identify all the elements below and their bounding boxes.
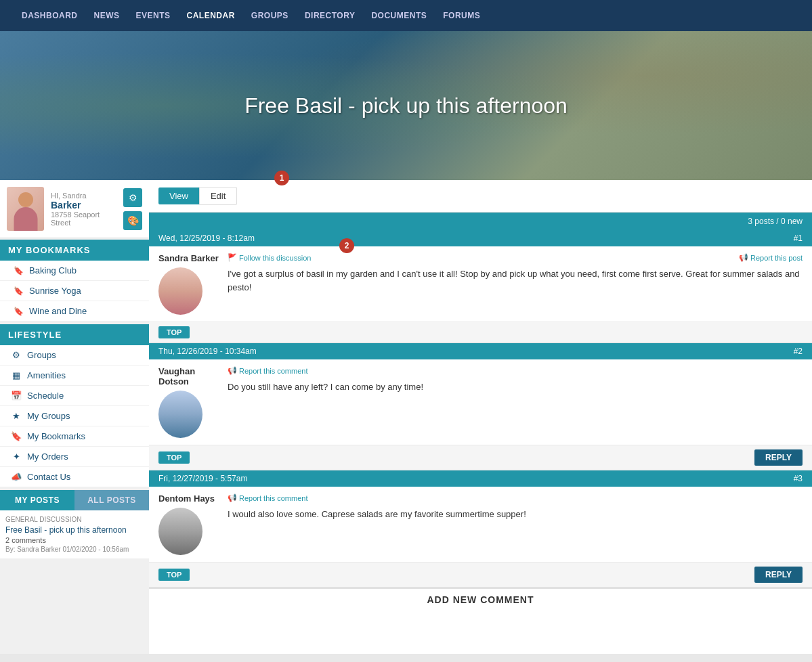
- post-2-body: Vaughan Dotson 📢 Report this comment Do …: [149, 359, 812, 445]
- groups-icon: ⚙: [11, 350, 22, 360]
- post-1-text: I've got a surplus of basil in my garden…: [228, 267, 803, 294]
- post-2-number: #2: [794, 347, 803, 356]
- post-2-text: Do you still have any left? I can come b…: [228, 380, 803, 394]
- post-3-number: #3: [794, 474, 803, 483]
- nav-dashboard[interactable]: DASHBOARD: [14, 0, 86, 31]
- annotation-2: 2: [339, 238, 354, 253]
- bookmark-baking-club[interactable]: 🔖 Baking Club: [0, 261, 149, 281]
- post-2-content: 📢 Report this comment Do you still have …: [228, 366, 803, 438]
- top-navigation: DASHBOARD NEWS EVENTS CALENDAR GROUPS DI…: [0, 0, 812, 31]
- post-3-date: Fri, 12/27/2019 - 5:57am: [158, 474, 247, 483]
- lifestyle-section: LIFESTYLE ⚙ Groups ▦ Amenities 📅 Schedul…: [0, 324, 149, 487]
- top-row-3: TOP REPLY: [149, 562, 812, 588]
- hero-banner: Free Basil - pick up this afternoon: [0, 31, 812, 180]
- post-1-content: 🚩 Follow this discussion 📢 Report this p…: [228, 253, 803, 315]
- posts-meta: By: Sandra Barker 01/02/2020 - 10:56am: [5, 546, 144, 553]
- user-greeting: HI, Sandra: [51, 192, 116, 200]
- post-1-author-col: Sandra Barker: [158, 253, 219, 315]
- post-2-date: Thu, 12/26/2019 - 10:34am: [158, 347, 257, 356]
- lifestyle-my-groups[interactable]: ★ My Groups: [0, 406, 149, 426]
- report-icon: 📢: [739, 253, 748, 262]
- lifestyle-my-orders[interactable]: ✦ My Orders: [0, 447, 149, 467]
- post-2: Thu, 12/26/2019 - 10:34am #2 Vaughan Dot…: [149, 343, 812, 445]
- follow-discussion-link[interactable]: 🚩 Follow this discussion: [228, 253, 311, 262]
- post-1-body: Sandra Barker 🚩 Follow this discussion 📢…: [149, 246, 812, 322]
- tab-my-posts[interactable]: MY POSTS: [0, 490, 74, 510]
- hero-title: Free Basil - pick up this afternoon: [244, 93, 568, 118]
- lifestyle-contact-us[interactable]: 📣 Contact Us: [0, 467, 149, 487]
- user-name: Barker: [51, 200, 116, 211]
- post-3-author: Dentom Hays: [158, 493, 219, 504]
- tab-all-posts[interactable]: ALL POSTS: [74, 490, 149, 510]
- post-2-avatar: [158, 391, 202, 438]
- lifestyle-my-bookmarks[interactable]: 🔖 My Bookmarks: [0, 426, 149, 447]
- bookmark-wine-dine[interactable]: 🔖 Wine and Dine: [0, 301, 149, 322]
- report-comment-3-link[interactable]: 📢 Report this comment: [228, 493, 307, 502]
- post-3-text: I would also love some. Caprese salads a…: [228, 508, 803, 521]
- user-card: HI, Sandra Barker 18758 Seaport Street ⚙…: [0, 180, 149, 238]
- bookmark-icon: 🔖: [14, 266, 24, 275]
- post-1-author: Sandra Barker: [158, 253, 219, 263]
- reply-button-1[interactable]: REPLY: [754, 449, 803, 466]
- top-button-1[interactable]: TOP: [158, 326, 190, 338]
- post-1: Wed, 12/25/2019 - 8:12am #1 Sandra Barke…: [149, 230, 812, 322]
- lifestyle-groups[interactable]: ⚙ Groups: [0, 345, 149, 366]
- posts-info-bar: 3 posts / 0 new: [149, 213, 812, 230]
- lifestyle-schedule[interactable]: 📅 Schedule: [0, 386, 149, 406]
- add-comment-bar[interactable]: ADD NEW COMMENT: [149, 588, 812, 611]
- posts-category: GENERAL DISCUSSION: [5, 516, 144, 523]
- settings-icon[interactable]: ⚙: [123, 188, 142, 207]
- top-button-2[interactable]: TOP: [158, 451, 190, 464]
- bookmarks-header: MY BOOKMARKS: [0, 240, 149, 261]
- top-row-2: TOP REPLY: [149, 445, 812, 470]
- report-post-link[interactable]: 📢 Report this post: [739, 253, 803, 262]
- post-1-actions: 🚩 Follow this discussion 📢 Report this p…: [228, 253, 803, 262]
- content-area: View Edit 1 3 posts / 0 new Wed, 12/25/2…: [149, 180, 812, 654]
- view-tab-button[interactable]: View: [158, 187, 199, 204]
- report-icon-2: 📢: [228, 366, 237, 375]
- posts-comments-count: 2 comments: [5, 536, 144, 544]
- post-3-body: Dentom Hays 📢 Report this comment I woul…: [149, 487, 812, 562]
- nav-groups[interactable]: GROUPS: [243, 0, 297, 31]
- nav-news[interactable]: NEWS: [86, 0, 128, 31]
- view-edit-bar: View Edit 1: [149, 180, 812, 213]
- palette-icon[interactable]: 🎨: [123, 211, 142, 230]
- nav-directory[interactable]: DIRECTORY: [297, 0, 364, 31]
- post-1-avatar: [158, 267, 202, 315]
- posts-section: MY POSTS ALL POSTS GENERAL DISCUSSION Fr…: [0, 490, 149, 558]
- bookmark-sunrise-yoga[interactable]: 🔖 Sunrise Yoga: [0, 281, 149, 301]
- posts-title-link[interactable]: Free Basil - pick up this afternoon: [5, 525, 144, 535]
- star-icon: ★: [11, 411, 22, 421]
- posts-content: GENERAL DISCUSSION Free Basil - pick up …: [0, 510, 149, 558]
- nav-events[interactable]: EVENTS: [128, 0, 179, 31]
- user-info: HI, Sandra Barker 18758 Seaport Street: [51, 192, 116, 227]
- top-button-3[interactable]: TOP: [158, 569, 190, 581]
- top-row-1: TOP: [149, 322, 812, 343]
- report-icon-3: 📢: [228, 493, 237, 502]
- report-comment-2-link[interactable]: 📢 Report this comment: [228, 366, 307, 375]
- flag-icon: 🚩: [228, 253, 237, 262]
- bookmarks-section: MY BOOKMARKS 🔖 Baking Club 🔖 Sunrise Yog…: [0, 240, 149, 322]
- post-3-header: Fri, 12/27/2019 - 5:57am #3: [149, 470, 812, 487]
- nav-forums[interactable]: FORUMS: [435, 0, 488, 31]
- post-3: Fri, 12/27/2019 - 5:57am #3 Dentom Hays …: [149, 470, 812, 562]
- bookmark-icon: 🔖: [14, 307, 24, 316]
- reply-button-2[interactable]: REPLY: [754, 567, 803, 583]
- user-icons: ⚙ 🎨: [123, 188, 142, 230]
- my-bookmarks-icon: 🔖: [11, 431, 22, 441]
- avatar: [7, 187, 44, 231]
- edit-tab-button[interactable]: Edit: [199, 187, 237, 205]
- post-3-actions: 📢 Report this comment: [228, 493, 803, 502]
- post-2-header: Thu, 12/26/2019 - 10:34am #2: [149, 343, 812, 359]
- amenities-icon: ▦: [11, 370, 22, 380]
- nav-documents[interactable]: DOCUMENTS: [363, 0, 435, 31]
- posts-tabs: MY POSTS ALL POSTS: [0, 490, 149, 510]
- nav-calendar[interactable]: CALENDAR: [179, 0, 243, 31]
- lifestyle-amenities[interactable]: ▦ Amenities: [0, 366, 149, 386]
- main-layout: HI, Sandra Barker 18758 Seaport Street ⚙…: [0, 180, 812, 654]
- post-3-avatar: [158, 508, 202, 555]
- post-2-actions: 📢 Report this comment: [228, 366, 803, 375]
- post-3-content: 📢 Report this comment I would also love …: [228, 493, 803, 555]
- post-2-author-col: Vaughan Dotson: [158, 366, 219, 438]
- annotation-1: 1: [274, 171, 289, 185]
